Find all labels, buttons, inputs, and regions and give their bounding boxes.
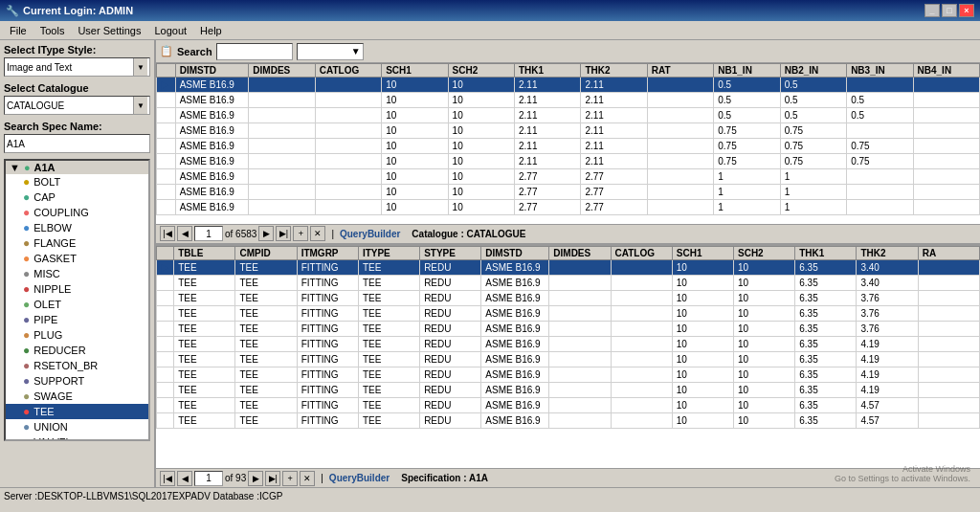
top-nav-next[interactable]: ▶ [258, 226, 274, 241]
search-spec-input[interactable] [4, 134, 150, 153]
search-dropdown[interactable]: ▼ [297, 43, 364, 60]
bottom-th-tble[interactable]: TBLE [174, 246, 235, 259]
table-row[interactable]: ASME B16.9 10 10 2.11 2.11 0.75 0.75 [157, 123, 980, 139]
close-button[interactable]: × [959, 4, 974, 17]
minimize-button[interactable]: _ [924, 4, 940, 17]
table-row[interactable]: TEE TEE FITTING TEE REDU ASME B16.9 10 1… [157, 397, 980, 412]
bottom-th-ra[interactable]: RA [918, 246, 979, 259]
tree-item-bolt[interactable]: ●BOLT [6, 174, 148, 189]
cell-nb2: 0.75 [780, 123, 846, 139]
bottom-th-stype[interactable]: STYPE [420, 246, 481, 259]
table-row[interactable]: ▶ ASME B16.9 10 10 2.11 2.11 0.5 0.5 [157, 78, 980, 93]
bottom-nav-next[interactable]: ▶ [248, 471, 263, 486]
tree-root[interactable]: ▼ ● A1A [6, 161, 148, 174]
bottom-nav-first[interactable]: |◀ [160, 471, 175, 486]
table-row[interactable]: ASME B16.9 10 10 2.11 2.11 0.75 0.75 0.7… [157, 139, 980, 154]
bottom-nav-page[interactable] [194, 471, 223, 486]
table-row[interactable]: ASME B16.9 10 10 2.77 2.77 1 1 [157, 200, 980, 215]
top-th-thk2[interactable]: THK2 [581, 64, 647, 78]
top-th-nb4[interactable]: NB4_IN [913, 64, 979, 78]
table-row[interactable]: ASME B16.9 10 10 2.77 2.77 1 1 [157, 169, 980, 185]
top-th-dimstd[interactable]: DIMSTD [175, 64, 249, 78]
menu-tools[interactable]: Tools [34, 23, 71, 38]
tree-item-nipple[interactable]: ●NIPPLE [6, 281, 148, 297]
top-nav-last[interactable]: ▶| [276, 226, 291, 241]
cell-thk1: 6.35 [795, 321, 857, 336]
top-th-indicator [157, 64, 176, 78]
catalogue-select[interactable]: CATALOGUE ▼ [4, 96, 150, 115]
search-input[interactable] [216, 43, 293, 60]
bottom-query-builder[interactable]: QueryBuilder [329, 473, 390, 483]
top-th-catlog[interactable]: CATLOG [315, 64, 381, 78]
bottom-nav-last[interactable]: ▶| [265, 471, 280, 486]
table-row[interactable]: TEE TEE FITTING TEE REDU ASME B16.9 10 1… [157, 412, 980, 428]
menu-file[interactable]: File [4, 23, 33, 38]
table-row[interactable]: TEE TEE FITTING TEE REDU ASME B16.9 10 1… [157, 336, 980, 351]
top-nav-add[interactable]: + [293, 226, 308, 241]
menu-help[interactable]: Help [194, 23, 228, 38]
table-row[interactable]: ▶ TEE TEE FITTING TEE REDU ASME B16.9 10… [157, 259, 980, 275]
tree-item-misc[interactable]: ●MISC [6, 266, 148, 281]
bottom-th-dimstd[interactable]: DIMSTD [481, 246, 549, 259]
tree-item-olet[interactable]: ●OLET [6, 297, 148, 312]
tree-item-pipe[interactable]: ●PIPE [6, 312, 148, 327]
bottom-th-dimdes[interactable]: DIMDES [549, 246, 611, 259]
tree-item-reducer[interactable]: ●REDUCER [6, 343, 148, 358]
table-row[interactable]: TEE TEE FITTING TEE REDU ASME B16.9 10 1… [157, 367, 980, 382]
cell-ra [918, 336, 979, 351]
bottom-th-catlog[interactable]: CATLOG [611, 246, 672, 259]
tree-item-support[interactable]: ●SUPPORT [6, 373, 148, 389]
bottom-nav-add[interactable]: + [282, 471, 298, 486]
menu-logout[interactable]: Logout [148, 23, 192, 38]
tree-item-flange[interactable]: ●FLANGE [6, 235, 148, 251]
menu-user-settings[interactable]: User Settings [72, 23, 146, 38]
table-row[interactable]: ASME B16.9 10 10 2.11 2.11 0.5 0.5 0.5 [157, 93, 980, 108]
tree-item-tee[interactable]: ●TEE [6, 404, 148, 419]
table-row[interactable]: TEE TEE FITTING TEE REDU ASME B16.9 10 1… [157, 305, 980, 321]
tree-item-rseton_br[interactable]: ●RSETON_BR [6, 358, 148, 373]
itype-style-select[interactable]: Image and Text ▼ [4, 57, 150, 77]
table-row[interactable]: TEE TEE FITTING TEE REDU ASME B16.9 10 1… [157, 290, 980, 305]
bottom-th-cmpid[interactable]: CMPID [235, 246, 297, 259]
table-row[interactable]: TEE TEE FITTING TEE REDU ASME B16.9 10 1… [157, 351, 980, 367]
bottom-th-itmgrp[interactable]: ITMGRP [297, 246, 358, 259]
bottom-th-itype[interactable]: ITYPE [358, 246, 419, 259]
bottom-nav-prev[interactable]: ◀ [177, 471, 192, 486]
table-row[interactable]: ASME B16.9 10 10 2.11 2.11 0.75 0.75 0.7… [157, 154, 980, 169]
bottom-th-thk2[interactable]: THK2 [857, 246, 918, 259]
top-th-dimdes[interactable]: DIMDES [249, 64, 315, 78]
tree-item-cap[interactable]: ●CAP [6, 189, 148, 205]
table-row[interactable]: TEE TEE FITTING TEE REDU ASME B16.9 10 1… [157, 275, 980, 290]
tree-item-gasket[interactable]: ●GASKET [6, 251, 148, 266]
top-query-builder[interactable]: QueryBuilder [340, 229, 400, 239]
tree-item-coupling[interactable]: ●COUPLING [6, 205, 148, 220]
top-th-thk1[interactable]: THK1 [515, 64, 581, 78]
bottom-th-thk1[interactable]: THK1 [795, 246, 857, 259]
top-nav-page[interactable] [194, 226, 223, 241]
tree-item-swage[interactable]: ●SWAGE [6, 389, 148, 404]
top-nav-delete[interactable]: ✕ [310, 226, 325, 241]
tree-item-plug[interactable]: ●PLUG [6, 327, 148, 343]
top-th-nb3[interactable]: NB3_IN [847, 64, 913, 78]
table-row[interactable]: ASME B16.9 10 10 2.77 2.77 1 1 [157, 185, 980, 200]
table-row[interactable]: ASME B16.9 10 10 2.11 2.11 0.5 0.5 0.5 [157, 108, 980, 123]
tree-item-elbow[interactable]: ●ELBOW [6, 220, 148, 235]
top-data-table-wrapper[interactable]: DIMSTD DIMDES CATLOG SCH1 SCH2 THK1 THK2… [156, 63, 980, 224]
maximize-button[interactable]: □ [942, 4, 957, 17]
top-nav-prev[interactable]: ◀ [177, 226, 192, 241]
bottom-nav-delete[interactable]: ✕ [300, 471, 315, 486]
table-row[interactable]: TEE TEE FITTING TEE REDU ASME B16.9 10 1… [157, 321, 980, 336]
top-th-rat[interactable]: RAT [647, 64, 713, 78]
tree-item-union[interactable]: ●UNION [6, 419, 148, 434]
bottom-data-table-wrapper[interactable]: TBLE CMPID ITMGRP ITYPE STYPE DIMSTD DIM… [156, 246, 980, 468]
bottom-th-sch1[interactable]: SCH1 [672, 246, 733, 259]
bottom-th-sch2[interactable]: SCH2 [734, 246, 795, 259]
tree-item-valvfl[interactable]: ●VALVFL [6, 434, 148, 441]
top-th-nb2[interactable]: NB2_IN [780, 64, 846, 78]
table-row[interactable]: TEE TEE FITTING TEE REDU ASME B16.9 10 1… [157, 382, 980, 397]
top-th-sch2[interactable]: SCH2 [448, 64, 514, 78]
top-nav-first[interactable]: |◀ [160, 226, 175, 241]
top-th-sch1[interactable]: SCH1 [382, 64, 448, 78]
top-th-nb1[interactable]: NB1_IN [714, 64, 780, 78]
cell-sch1: 10 [672, 397, 733, 412]
